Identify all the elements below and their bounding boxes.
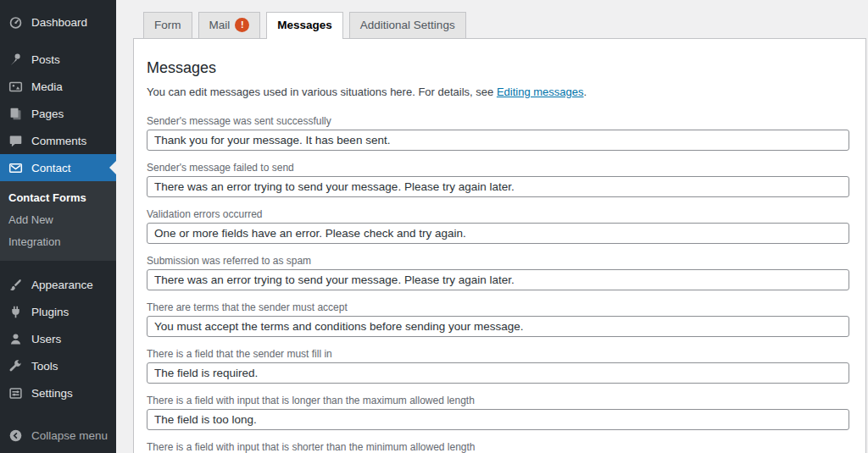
message-field: Submission was referred to as spam xyxy=(147,255,849,290)
dashboard-icon xyxy=(8,14,24,30)
sidebar-item-appearance[interactable]: Appearance xyxy=(0,271,116,298)
tab-bar: FormMail!MessagesAdditional Settings xyxy=(133,12,866,38)
panel-description: You can edit messages used in various si… xyxy=(147,85,849,99)
posts-icon xyxy=(8,52,24,67)
field-label: Submission was referred to as spam xyxy=(147,255,849,267)
tab-label: Form xyxy=(154,19,181,31)
message-field: There is a field that the sender must fi… xyxy=(147,348,849,384)
sidebar-subitem-integration[interactable]: Integration xyxy=(0,231,116,253)
sidebar-item-pages[interactable]: Pages xyxy=(0,100,116,127)
tools-icon xyxy=(8,358,24,373)
media-icon xyxy=(8,79,24,94)
sidebar-item-tools[interactable]: Tools xyxy=(0,352,116,379)
message-input[interactable] xyxy=(147,269,849,290)
admin-sidebar: DashboardPostsMediaPagesCommentsContactC… xyxy=(0,0,116,453)
sidebar-item-label: Dashboard xyxy=(31,16,87,29)
sidebar-item-posts[interactable]: Posts xyxy=(0,46,116,73)
message-field: Sender's message failed to send xyxy=(147,162,849,197)
messages-panel: Messages You can edit messages used in v… xyxy=(133,38,866,453)
field-label: There is a field that the sender must fi… xyxy=(147,348,849,360)
message-input[interactable] xyxy=(147,409,849,430)
sidebar-subitem-add-new[interactable]: Add New xyxy=(0,209,116,231)
sidebar-menu: DashboardPostsMediaPagesCommentsContactC… xyxy=(0,8,116,449)
sidebar-item-media[interactable]: Media xyxy=(0,73,116,100)
contact-icon xyxy=(8,160,24,175)
tab-label: Additional Settings xyxy=(360,19,455,31)
field-label: Sender's message was sent successfully xyxy=(147,115,849,127)
message-field: There is a field with input that is shor… xyxy=(147,441,849,453)
message-input[interactable] xyxy=(147,130,849,151)
message-input[interactable] xyxy=(147,223,849,244)
sidebar-item-plugins[interactable]: Plugins xyxy=(0,298,116,325)
sidebar-item-dashboard[interactable]: Dashboard xyxy=(0,8,116,36)
config-error-badge: ! xyxy=(235,18,249,32)
field-label: There is a field with input that is shor… xyxy=(147,441,849,453)
sidebar-item-label: Pages xyxy=(31,108,64,120)
plugins-icon xyxy=(8,304,24,319)
sidebar-item-label: Plugins xyxy=(31,306,69,318)
sidebar-item-settings[interactable]: Settings xyxy=(0,379,116,406)
message-fields: Sender's message was sent successfullySe… xyxy=(147,115,849,453)
tab-additional-settings[interactable]: Additional Settings xyxy=(349,12,466,38)
message-field: There is a field with input that is long… xyxy=(147,395,849,430)
tab-label: Messages xyxy=(277,19,332,31)
sidebar-item-label: Contact xyxy=(31,162,71,174)
sidebar-item-label: Comments xyxy=(31,135,86,147)
main-content: FormMail!MessagesAdditional Settings Mes… xyxy=(116,0,868,453)
sidebar-item-label: Media xyxy=(31,80,63,93)
sidebar-subitem-contact-forms[interactable]: Contact Forms xyxy=(0,187,116,209)
message-field: There are terms that the sender must acc… xyxy=(147,301,849,337)
sidebar-item-label: Collapse menu xyxy=(31,429,108,442)
active-item-arrow xyxy=(109,161,116,174)
message-input[interactable] xyxy=(147,176,849,197)
sidebar-item-contact[interactable]: Contact xyxy=(0,154,116,181)
comments-icon xyxy=(8,133,24,148)
sidebar-item-label: Tools xyxy=(31,360,58,373)
sidebar-item-label: Users xyxy=(31,333,61,345)
field-label: Validation errors occurred xyxy=(147,208,849,220)
message-input[interactable] xyxy=(147,362,849,384)
page-title: Messages xyxy=(147,59,849,77)
editing-messages-link[interactable]: Editing messages xyxy=(497,86,584,98)
users-icon xyxy=(8,331,24,346)
appearance-icon xyxy=(8,277,24,292)
collapse-icon xyxy=(8,428,24,443)
field-label: There is a field with input that is long… xyxy=(147,395,849,406)
tab-messages[interactable]: Messages xyxy=(266,12,343,39)
sidebar-item-label: Settings xyxy=(31,387,73,400)
description-suffix: . xyxy=(584,86,587,98)
sidebar-item-users[interactable]: Users xyxy=(0,325,116,352)
sidebar-item-label: Appearance xyxy=(31,279,93,291)
field-label: There are terms that the sender must acc… xyxy=(147,301,849,313)
message-field: Sender's message was sent successfully xyxy=(147,115,849,151)
pages-icon xyxy=(8,106,24,121)
settings-icon xyxy=(8,385,24,401)
field-label: Sender's message failed to send xyxy=(147,162,849,174)
sidebar-item-label: Posts xyxy=(31,53,60,66)
sidebar-item-comments[interactable]: Comments xyxy=(0,127,116,154)
tab-label: Mail xyxy=(209,19,231,31)
tab-form[interactable]: Form xyxy=(143,12,192,38)
message-input[interactable] xyxy=(147,316,849,337)
tab-mail[interactable]: Mail! xyxy=(198,12,261,38)
message-field: Validation errors occurred xyxy=(147,208,849,244)
description-text: You can edit messages used in various si… xyxy=(147,86,497,98)
contact-submenu: Contact FormsAdd NewIntegration xyxy=(0,181,116,261)
sidebar-item-collapse-menu[interactable]: Collapse menu xyxy=(0,422,116,449)
